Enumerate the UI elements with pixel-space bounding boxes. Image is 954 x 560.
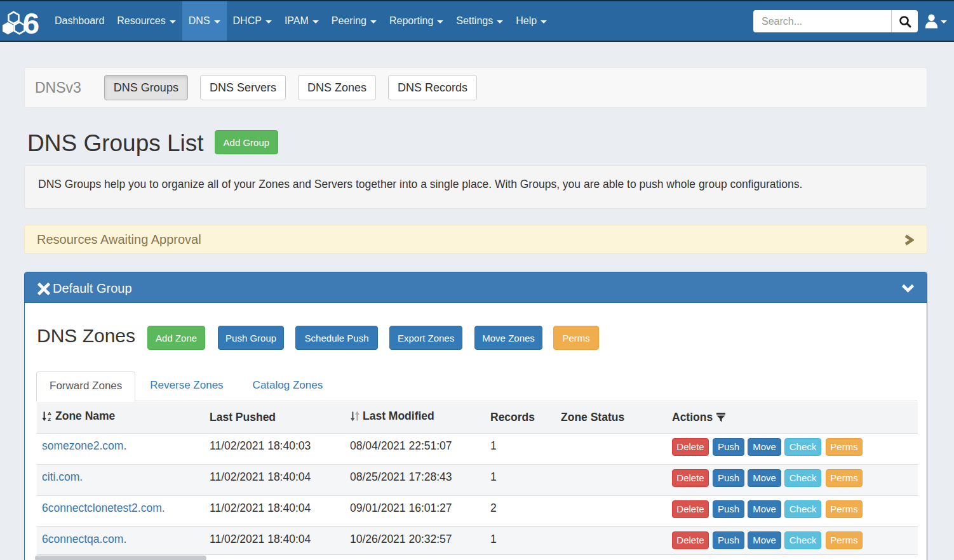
svg-text:6: 6 — [23, 6, 39, 40]
svg-text:Z: Z — [48, 417, 51, 422]
svg-text:A: A — [48, 411, 51, 417]
